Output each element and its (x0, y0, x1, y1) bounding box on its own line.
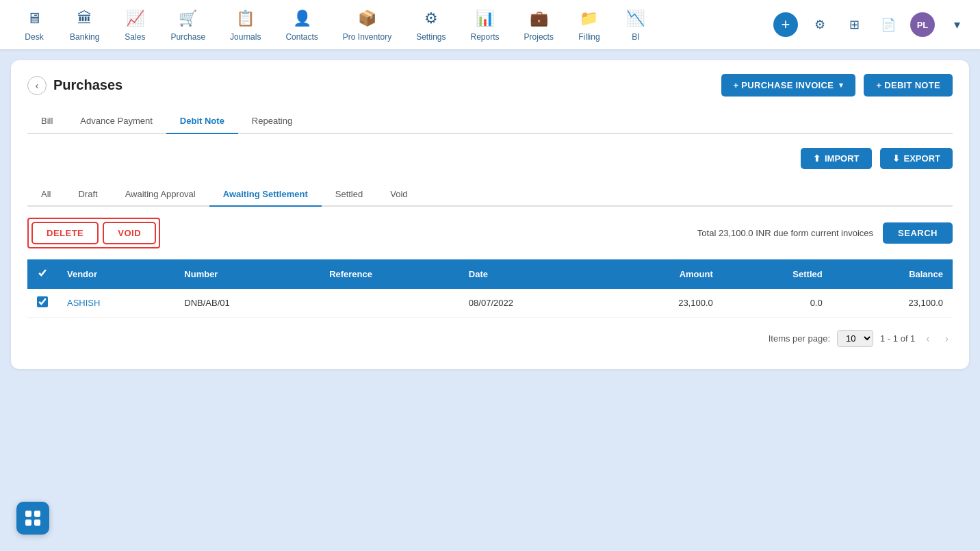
table-row[interactable]: ASHISH DNB/AB/01 08/07/2022 23,100.0 0.0… (27, 289, 953, 318)
nav-item-bi[interactable]: 📉 BI (612, 2, 659, 47)
col-amount: Amount (602, 259, 723, 289)
nav-label-settings: Settings (416, 32, 446, 42)
nav-item-filling[interactable]: 📁 Filling (566, 2, 612, 47)
nav-item-sales[interactable]: 📈 Sales (112, 2, 158, 47)
export-icon: ⬇ (892, 153, 900, 164)
nav-label-pro-inventory: Pro Inventory (343, 32, 391, 42)
nav-item-projects[interactable]: 💼 Projects (512, 2, 566, 47)
delete-void-box: DELETE VOID (27, 218, 160, 248)
nav-label-purchase: Purchase (170, 32, 205, 42)
nav-item-desk[interactable]: 🖥 Desk (11, 2, 57, 47)
nav-label-contacts: Contacts (285, 32, 318, 42)
gear-button[interactable]: ⚙ (808, 12, 832, 37)
search-button[interactable]: SEARCH (883, 222, 953, 244)
pagination-row: Items per page: 10 25 50 1 - 1 of 1 ‹ › (27, 330, 953, 347)
invoices-table: Vendor Number Reference Date Amount (27, 259, 953, 318)
bi-icon: 📉 (625, 8, 647, 29)
tab-filter-awaiting-settlement[interactable]: Awaiting Settlement (209, 183, 322, 207)
purchase-icon: 🛒 (177, 8, 199, 29)
items-per-page-select[interactable]: 10 25 50 (837, 330, 873, 347)
export-label: EXPORT (904, 153, 940, 164)
nav-item-banking[interactable]: 🏛 Banking (57, 2, 112, 47)
table-header: Vendor Number Reference Date Amount (27, 259, 953, 289)
delete-button[interactable]: DELETE (31, 222, 99, 244)
nav-label-reports: Reports (471, 32, 500, 42)
vendor-link[interactable]: ASHISH (67, 298, 100, 308)
tab-filter-all[interactable]: All (27, 183, 64, 207)
row-number: DNB/AB/01 (175, 289, 320, 318)
row-settled: 0.0 (723, 289, 832, 318)
back-button[interactable]: ‹ (27, 76, 47, 95)
prev-page-button[interactable]: ‹ (922, 331, 933, 346)
toolbar-right: Total 23,100.0 INR due form current invo… (697, 222, 953, 244)
header-buttons: + PURCHASE INVOICE ▾ + DEBIT NOTE (721, 74, 953, 97)
add-button[interactable]: + (773, 12, 798, 37)
dropdown-arrow[interactable]: ▾ (944, 12, 969, 37)
tab-filter-draft[interactable]: Draft (64, 183, 111, 207)
tab-repeating[interactable]: Repeating (238, 109, 306, 134)
tab-debit-note[interactable]: Debit Note (166, 109, 238, 134)
purchase-invoice-button[interactable]: + PURCHASE INVOICE ▾ (721, 74, 856, 97)
row-checkbox-cell (27, 289, 57, 318)
desk-icon: 🖥 (23, 8, 45, 29)
row-vendor: ASHISH (57, 289, 175, 318)
next-page-button[interactable]: › (941, 331, 953, 346)
void-button[interactable]: VOID (103, 222, 156, 244)
sales-icon: 📈 (124, 8, 146, 29)
nav-label-sales: Sales (125, 32, 145, 42)
reports-icon: 📊 (474, 8, 496, 29)
banking-icon: 🏛 (74, 8, 96, 29)
col-checkbox (27, 259, 57, 289)
nav-item-purchase[interactable]: 🛒 Purchase (158, 2, 218, 47)
nav-item-contacts[interactable]: 👤 Contacts (273, 2, 330, 47)
projects-icon: 💼 (528, 8, 550, 29)
main-content: ‹ Purchases + PURCHASE INVOICE ▾ + DEBIT… (0, 49, 980, 380)
back-icon: ‹ (36, 80, 39, 91)
tab-filter-awaiting-approval[interactable]: Awaiting Approval (112, 183, 209, 207)
tab-advance-payment[interactable]: Advance Payment (66, 109, 166, 134)
row-checkbox[interactable] (37, 296, 48, 307)
card-header: ‹ Purchases + PURCHASE INVOICE ▾ + DEBIT… (27, 74, 953, 97)
nav-items: 🖥 Desk 🏛 Banking 📈 Sales 🛒 Purchase 📋 Jo… (11, 2, 773, 47)
export-button[interactable]: ⬇ EXPORT (880, 148, 953, 169)
page-title: Purchases (53, 77, 122, 93)
nav-item-settings[interactable]: ⚙ Settings (404, 2, 458, 47)
total-text: Total 23,100.0 INR due form current invo… (697, 228, 873, 238)
nav-label-projects: Projects (524, 32, 554, 42)
tab-filter-void[interactable]: Void (376, 183, 421, 207)
nav-label-filling: Filling (578, 32, 599, 42)
import-icon: ⬆ (813, 153, 821, 164)
contacts-icon: 👤 (291, 8, 313, 29)
nav-label-banking: Banking (70, 32, 99, 42)
journals-icon: 📋 (235, 8, 257, 29)
settings-icon: ⚙ (420, 8, 442, 29)
action-row: ⬆ IMPORT ⬇ EXPORT (27, 148, 953, 169)
col-date: Date (459, 259, 602, 289)
grid-button[interactable]: ⊞ (842, 12, 866, 37)
filter-tabs: All Draft Awaiting Approval Awaiting Set… (27, 183, 953, 207)
top-navigation: 🖥 Desk 🏛 Banking 📈 Sales 🛒 Purchase 📋 Jo… (0, 0, 980, 49)
nav-item-reports[interactable]: 📊 Reports (459, 2, 512, 47)
nav-label-desk: Desk (25, 32, 43, 42)
document-button[interactable]: 📄 (876, 12, 901, 37)
debit-note-button[interactable]: + DEBIT NOTE (864, 74, 953, 97)
page-info: 1 - 1 of 1 (880, 333, 915, 344)
col-balance: Balance (832, 259, 953, 289)
fab-button[interactable] (16, 502, 49, 535)
filling-icon: 📁 (578, 8, 600, 29)
import-button[interactable]: ⬆ IMPORT (801, 148, 872, 169)
nav-item-pro-inventory[interactable]: 📦 Pro Inventory (331, 2, 404, 47)
select-all-checkbox[interactable] (37, 268, 48, 279)
user-avatar[interactable]: PL (910, 12, 935, 37)
nav-item-journals[interactable]: 📋 Journals (218, 2, 273, 47)
tab-bill[interactable]: Bill (27, 109, 66, 134)
row-reference (320, 289, 459, 318)
row-balance: 23,100.0 (832, 289, 953, 318)
tab-filter-settled[interactable]: Settled (322, 183, 376, 207)
nav-label-journals: Journals (230, 32, 261, 42)
items-per-page-label: Items per page: (769, 333, 830, 344)
col-settled: Settled (723, 259, 832, 289)
col-reference: Reference (320, 259, 459, 289)
row-amount: 23,100.0 (602, 289, 723, 318)
pro-inventory-icon: 📦 (356, 8, 378, 29)
